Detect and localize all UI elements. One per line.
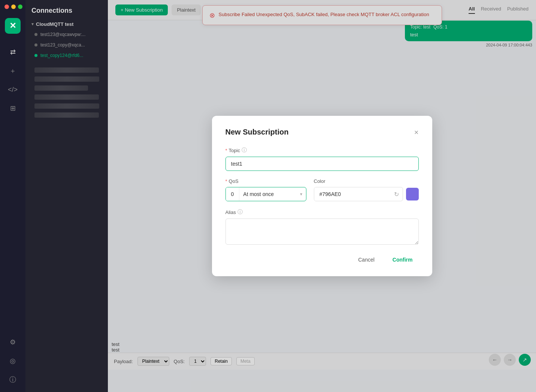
cancel-button[interactable]: Cancel bbox=[352, 254, 381, 266]
blurred-item bbox=[34, 85, 88, 91]
confirm-button[interactable]: Confirm bbox=[387, 254, 419, 266]
color-refresh-icon[interactable]: ↻ bbox=[390, 191, 403, 198]
connection-item-1[interactable]: test123@xqcawvpw:... bbox=[28, 29, 105, 40]
connection-item-2[interactable]: test123_copy@xqca... bbox=[28, 40, 105, 50]
maximize-traffic-light[interactable] bbox=[18, 4, 22, 9]
alias-input[interactable] bbox=[225, 218, 419, 245]
topic-label-text: Topic bbox=[229, 148, 240, 153]
color-column: Color ↻ bbox=[314, 178, 419, 201]
qos-text[interactable]: At most once ▾ bbox=[239, 187, 306, 201]
qos-column: * QoS 0 At most once ▾ bbox=[225, 178, 306, 201]
blurred-item bbox=[34, 103, 99, 109]
topic-input[interactable] bbox=[225, 157, 419, 171]
add-nav-icon[interactable]: ＋ bbox=[5, 63, 21, 79]
color-hex-input[interactable] bbox=[314, 187, 390, 201]
sidebar: ✕ ⇄ ＋ </> ⊞ ⚙ ◎ ⓘ bbox=[0, 0, 25, 392]
qos-select-wrapper[interactable]: 0 At most once ▾ bbox=[225, 187, 306, 201]
modal-footer: Cancel Confirm bbox=[225, 254, 419, 266]
modal-title: New Subscription bbox=[225, 128, 289, 136]
color-swatch[interactable] bbox=[406, 188, 419, 200]
settings-nav-icon[interactable]: ⚙ bbox=[5, 334, 21, 350]
connection-name: test123_copy@xqca... bbox=[40, 42, 85, 48]
color-label: Color bbox=[314, 178, 419, 184]
connection-status-dot bbox=[34, 43, 37, 46]
topic-info-icon[interactable]: ⓘ bbox=[242, 147, 247, 154]
qos-color-row: * QoS 0 At most once ▾ Color bbox=[225, 178, 419, 201]
connection-name: test_copy124@rfd6... bbox=[40, 53, 83, 58]
new-subscription-modal: New Subscription × * Topic ⓘ * QoS bbox=[212, 116, 432, 276]
qos-label: * QoS bbox=[225, 178, 306, 184]
alias-section: Alias ⓘ bbox=[225, 209, 419, 246]
blurred-item bbox=[34, 94, 99, 100]
connections-title: Connections bbox=[25, 0, 108, 19]
color-label-text: Color bbox=[314, 178, 325, 184]
color-input-row: ↻ bbox=[314, 187, 419, 201]
modal-header: New Subscription × bbox=[225, 128, 419, 136]
chevron-down-icon: ▾ bbox=[31, 22, 34, 27]
connection-status-dot bbox=[34, 33, 37, 36]
table-nav-icon[interactable]: ⊞ bbox=[5, 100, 21, 116]
connection-status-dot-active bbox=[34, 54, 37, 57]
connection-group: ▾ CloudMQTT test test123@xqcawvpw:... te… bbox=[25, 19, 108, 124]
topic-required-star: * bbox=[225, 148, 227, 153]
qos-label-text: QoS bbox=[229, 178, 239, 184]
modal-overlay: New Subscription × * Topic ⓘ * QoS bbox=[108, 0, 536, 392]
modal-close-button[interactable]: × bbox=[414, 129, 419, 136]
traffic-lights bbox=[0, 4, 22, 9]
topic-label: * Topic ⓘ bbox=[225, 147, 419, 154]
qos-number: 0 bbox=[226, 187, 240, 201]
close-traffic-light[interactable] bbox=[4, 4, 9, 9]
minimize-traffic-light[interactable] bbox=[11, 4, 16, 9]
group-name: CloudMQTT test bbox=[36, 21, 73, 27]
connections-nav-icon[interactable]: ⇄ bbox=[5, 44, 21, 60]
connection-name: test123@xqcawvpw:... bbox=[40, 32, 85, 37]
blurred-connection-list bbox=[28, 61, 105, 124]
code-nav-icon[interactable]: </> bbox=[5, 82, 21, 97]
main-content: + New Subscription Plaintext All Receive… bbox=[108, 0, 536, 392]
blurred-item bbox=[34, 76, 99, 82]
color-input-wrapper: ↻ bbox=[314, 187, 403, 201]
group-title: ▾ CloudMQTT test bbox=[28, 19, 105, 29]
alias-label-text: Alias bbox=[225, 209, 236, 215]
blurred-item bbox=[34, 67, 99, 73]
qos-required-star: * bbox=[225, 178, 227, 184]
info-nav-icon[interactable]: ⓘ bbox=[5, 372, 21, 388]
qos-chevron-icon: ▾ bbox=[300, 192, 302, 197]
topic-section: * Topic ⓘ bbox=[225, 147, 419, 171]
blurred-item bbox=[34, 112, 99, 118]
feed-nav-icon[interactable]: ◎ bbox=[5, 353, 21, 369]
connections-panel: Connections ▾ CloudMQTT test test123@xqc… bbox=[25, 0, 108, 392]
alias-info-icon[interactable]: ⓘ bbox=[237, 209, 243, 215]
app-logo: ✕ bbox=[5, 18, 21, 34]
connection-item-3[interactable]: test_copy124@rfd6... bbox=[28, 50, 105, 61]
alias-label: Alias ⓘ bbox=[225, 209, 419, 215]
